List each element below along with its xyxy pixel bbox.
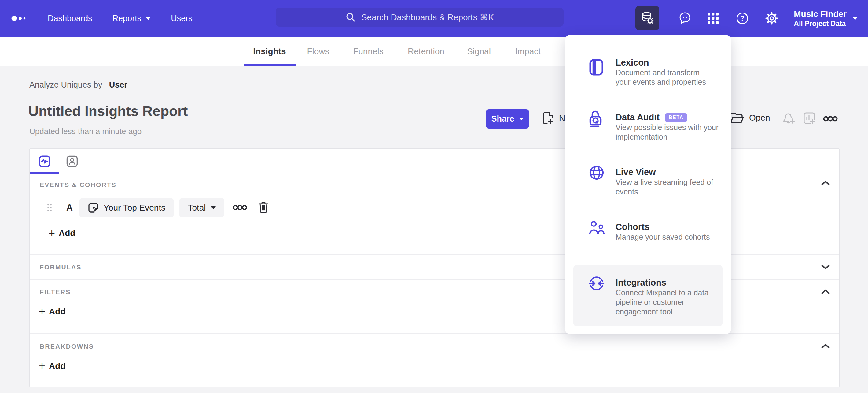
nav-item-reports[interactable]: Reports — [113, 14, 151, 23]
collapse-filters-chevron-up-icon[interactable] — [821, 289, 830, 294]
analyze-row: Analyze Uniques byUser — [29, 80, 127, 90]
mixpanel-logo-icon[interactable] — [11, 15, 28, 22]
nav-item-dashboards[interactable]: Dashboards — [48, 14, 92, 23]
database-gear-icon — [641, 11, 654, 25]
section-header-formulas: FORMULAS — [40, 263, 82, 271]
add-to-board-button[interactable] — [803, 111, 816, 125]
alert-add-button[interactable] — [782, 111, 795, 125]
nav-item-users[interactable]: Users — [171, 14, 192, 23]
gear-icon — [765, 11, 778, 25]
menu-item-cohorts[interactable] — [574, 217, 722, 273]
chevron-down-icon — [211, 206, 216, 209]
project-selector[interactable]: Music Finder All Project Data — [794, 0, 858, 37]
expand-formulas-chevron-down-icon[interactable] — [821, 264, 830, 269]
chevron-down-icon — [146, 17, 151, 20]
page-title: Untitled Insights Report — [28, 103, 188, 119]
collapse-events-chevron-up-icon[interactable] — [821, 180, 830, 186]
search-placeholder: Search Dashboards & Reports ⌘K — [361, 12, 494, 22]
add-breakdown-button[interactable]: + Add — [39, 361, 65, 371]
project-scope: All Project Data — [794, 19, 847, 28]
document-plus-icon — [541, 111, 555, 126]
open-label: Open — [749, 113, 770, 123]
active-tab-underline — [244, 64, 296, 66]
event-name: Your Top Events — [103, 203, 165, 213]
more-dots-icon — [823, 116, 838, 122]
help-button[interactable]: ? — [736, 11, 749, 25]
analyze-by-select[interactable]: User — [109, 80, 127, 89]
folder-open-icon — [729, 111, 745, 124]
tab-flows[interactable]: Flows — [307, 37, 329, 66]
feedback-button[interactable] — [678, 11, 692, 25]
search-icon — [345, 12, 356, 22]
chevron-down-icon — [519, 117, 524, 120]
settings-button[interactable] — [765, 11, 778, 25]
chevron-down-icon — [853, 17, 858, 20]
help-icon: ? — [736, 11, 749, 25]
nav-item-label: Reports — [113, 14, 142, 23]
mixpanel-app: Dashboards Reports Users Search Dashboar… — [0, 0, 868, 393]
section-header-breakdowns: BREAKDOWNS — [40, 343, 94, 350]
menu-item-live-view[interactable] — [574, 164, 722, 219]
tab-users-view[interactable] — [66, 156, 78, 167]
event-select-button[interactable]: Your Top Events — [79, 198, 174, 217]
report-tabbar: Insights Flows Funnels Retention Signal … — [0, 37, 868, 66]
section-header-filters: FILTERS — [40, 288, 71, 296]
data-tools-menu: Lexicon Document and transform your even… — [565, 35, 731, 334]
analyze-label: Analyze Uniques by — [29, 80, 102, 89]
data-management-button[interactable] — [636, 6, 659, 30]
bell-plus-icon — [782, 111, 795, 125]
tab-insights[interactable]: Insights — [253, 37, 286, 66]
updated-timestamp: Updated less than a minute ago — [29, 127, 142, 136]
menu-item-data-audit[interactable] — [574, 108, 722, 164]
grid-icon — [706, 11, 720, 25]
share-label: Share — [491, 114, 514, 124]
menu-item-lexicon[interactable] — [574, 53, 722, 108]
search-input[interactable]: Search Dashboards & Reports ⌘K — [276, 8, 564, 27]
nav-links: Dashboards Reports Users — [48, 0, 192, 37]
nav-item-label: Dashboards — [48, 14, 92, 23]
click-target-icon — [88, 202, 99, 213]
event-row-letter: A — [66, 203, 73, 213]
add-event-button[interactable]: + Add — [49, 228, 75, 239]
tab-funnels[interactable]: Funnels — [353, 37, 383, 66]
menu-item-integrations[interactable] — [574, 265, 722, 326]
person-card-icon — [66, 156, 78, 167]
drag-handle[interactable] — [47, 203, 52, 212]
tab-retention[interactable]: Retention — [408, 37, 444, 66]
overflow-menu-button[interactable] — [823, 116, 838, 122]
plus-icon: + — [39, 361, 45, 371]
metric-select-button[interactable]: Total — [179, 198, 224, 217]
open-report-button[interactable]: Open — [729, 111, 770, 124]
tab-signal[interactable]: Signal — [467, 37, 491, 66]
pulse-chart-icon — [39, 156, 51, 167]
section-header-events-cohorts: EVENTS & COHORTS — [40, 181, 117, 189]
project-name: Music Finder — [794, 9, 847, 19]
top-nav: Dashboards Reports Users Search Dashboar… — [0, 0, 868, 37]
collapse-breakdowns-chevron-up-icon[interactable] — [821, 344, 830, 348]
tab-events-view[interactable] — [39, 156, 51, 167]
metric-value: Total — [188, 203, 206, 213]
chat-bubble-icon — [678, 11, 692, 25]
chart-plus-icon — [803, 111, 816, 125]
share-button[interactable]: Share — [486, 109, 529, 129]
plus-icon: + — [39, 306, 45, 317]
svg-text:?: ? — [740, 15, 745, 22]
delete-row-button[interactable] — [258, 201, 269, 214]
row-overflow-button[interactable] — [232, 204, 247, 210]
nav-item-label: Users — [171, 14, 192, 23]
apps-grid-button[interactable] — [706, 11, 720, 25]
add-filter-button[interactable]: + Add — [39, 306, 65, 317]
tab-impact[interactable]: Impact — [515, 37, 541, 66]
plus-icon: + — [49, 228, 55, 239]
